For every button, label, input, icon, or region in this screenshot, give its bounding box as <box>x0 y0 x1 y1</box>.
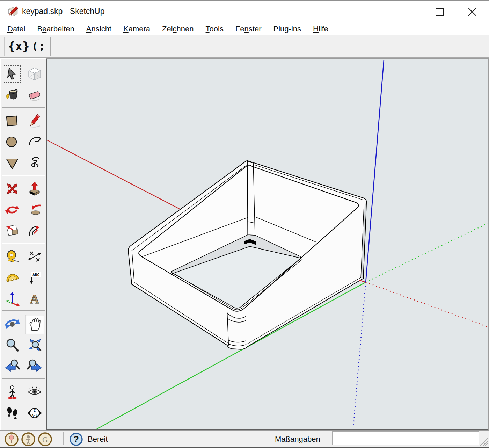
tool-orbit[interactable] <box>3 315 22 334</box>
eraser-icon <box>27 87 42 103</box>
tool-palette: ABC A <box>1 59 46 431</box>
svg-text:?: ? <box>73 434 79 445</box>
title-bar: keypad.skp - SketchUp <box>0 0 489 23</box>
tool-follow-me[interactable] <box>25 200 44 219</box>
menu-bearbeiten[interactable]: Bearbeiten <box>37 24 74 34</box>
freehand-icon <box>27 155 42 171</box>
tool-rotate[interactable] <box>3 200 22 219</box>
menu-datei[interactable]: Datei <box>7 24 25 34</box>
help-button[interactable]: ? <box>70 433 83 447</box>
arc-icon <box>27 134 42 150</box>
ruby-console-button[interactable]: {x} <box>8 35 29 57</box>
tool-section-plane[interactable]: C A-5 <box>25 403 44 423</box>
pencil-icon <box>27 113 42 129</box>
component-box-icon <box>27 66 42 82</box>
tool-eraser[interactable] <box>25 85 44 105</box>
scale-icon <box>5 223 20 238</box>
tool-pan[interactable] <box>25 315 44 334</box>
tool-tape-measure[interactable] <box>3 247 22 266</box>
tool-rectangle[interactable] <box>3 111 22 131</box>
tool-polygon[interactable] <box>3 153 22 173</box>
statusbar-separator <box>63 432 64 445</box>
svg-text:C: C <box>33 409 36 413</box>
tool-zoom[interactable] <box>3 335 22 355</box>
model-scene <box>47 59 488 429</box>
status-bar: G ? Bereit Maßangaben <box>0 430 489 448</box>
tool-text[interactable]: ABC <box>25 268 44 287</box>
sidebar-separator <box>2 107 45 108</box>
menu-ansicht[interactable]: Ansicht <box>86 24 111 34</box>
window-title: keypad.skp - SketchUp <box>22 7 105 16</box>
menu-hilfe[interactable]: Hilfe <box>313 24 328 34</box>
tool-look-around[interactable] <box>25 382 44 402</box>
tool-make-component[interactable] <box>25 64 44 84</box>
tool-offset[interactable] <box>25 221 44 240</box>
rectangle-icon <box>5 113 20 129</box>
tool-arc[interactable] <box>25 132 44 152</box>
pan-hand-icon <box>27 317 42 332</box>
tool-line[interactable] <box>25 111 44 131</box>
close-icon <box>468 7 477 16</box>
minimize-icon <box>402 12 411 12</box>
sketchup-app-icon <box>7 5 19 18</box>
menu-bar: Datei Bearbeiten Ansicht Kamera Zeichnen… <box>0 23 489 35</box>
tool-3d-text[interactable]: A <box>25 289 44 308</box>
zoom-extents-icon <box>27 338 42 353</box>
menu-kamera[interactable]: Kamera <box>123 24 150 34</box>
drawing-canvas[interactable] <box>46 59 488 430</box>
resize-grip[interactable] <box>480 438 488 446</box>
menu-zeichnen[interactable]: Zeichnen <box>162 24 194 34</box>
tool-freehand[interactable] <box>25 153 44 173</box>
maximize-button[interactable] <box>423 1 456 23</box>
walk-footprints-icon <box>5 405 20 421</box>
menu-fenster[interactable]: Fenster <box>235 24 262 34</box>
tool-scale[interactable] <box>3 221 22 240</box>
statusbar-separator <box>237 432 237 445</box>
tool-move[interactable] <box>3 179 22 198</box>
sketchup-window: keypad.skp - SketchUp Datei Bearbeiten A… <box>0 0 489 448</box>
tool-select[interactable] <box>3 64 22 84</box>
toolbar-grip[interactable] <box>4 37 5 56</box>
tool-dimension[interactable] <box>25 247 44 266</box>
tool-axes[interactable] <box>3 289 22 308</box>
person-credit-icon[interactable] <box>21 432 35 446</box>
tool-protractor[interactable] <box>3 268 22 287</box>
offset-icon <box>27 223 42 238</box>
zoom-next-icon <box>27 359 42 374</box>
viewport-frame <box>46 58 489 431</box>
menu-tools[interactable]: Tools <box>206 24 224 34</box>
circle-icon <box>5 134 20 150</box>
geolocation-icon[interactable] <box>5 432 19 446</box>
menu-plugins[interactable]: Plug-ins <box>273 24 301 34</box>
minimize-button[interactable] <box>390 1 423 23</box>
tool-circle[interactable] <box>3 132 22 152</box>
tool-zoom-previous[interactable] <box>3 356 22 376</box>
measurements-label: Maßangaben <box>275 435 320 444</box>
look-around-eye-icon <box>27 384 42 400</box>
tool-walk[interactable] <box>3 403 22 423</box>
tool-push-pull[interactable] <box>25 179 44 198</box>
close-button[interactable] <box>456 1 489 23</box>
svg-text:G: G <box>42 435 48 444</box>
zoom-icon <box>5 338 20 353</box>
3d-text-icon: A <box>27 291 42 306</box>
move-arrows-icon <box>5 181 20 196</box>
text-label-icon: ABC <box>27 270 42 285</box>
measurements-input[interactable] <box>332 431 479 445</box>
svg-text:A: A <box>30 292 39 306</box>
tool-paint-bucket[interactable] <box>3 85 22 105</box>
ruby-toolbar: {x} (; <box>0 35 489 58</box>
dimension-icon <box>27 249 42 264</box>
tool-zoom-next[interactable] <box>25 356 44 376</box>
google-icon[interactable]: G <box>38 432 52 446</box>
select-cursor-icon <box>5 66 20 82</box>
help-icon: ? <box>70 433 83 446</box>
paint-bucket-icon <box>5 87 20 103</box>
polygon-icon <box>5 155 20 171</box>
axes-icon <box>5 291 20 306</box>
toolbar-separator <box>50 37 51 56</box>
tool-zoom-extents[interactable] <box>25 335 44 355</box>
follow-me-icon <box>27 202 42 217</box>
tool-position-camera[interactable] <box>3 382 22 402</box>
ruby-snippet-button[interactable]: (; <box>32 35 46 57</box>
